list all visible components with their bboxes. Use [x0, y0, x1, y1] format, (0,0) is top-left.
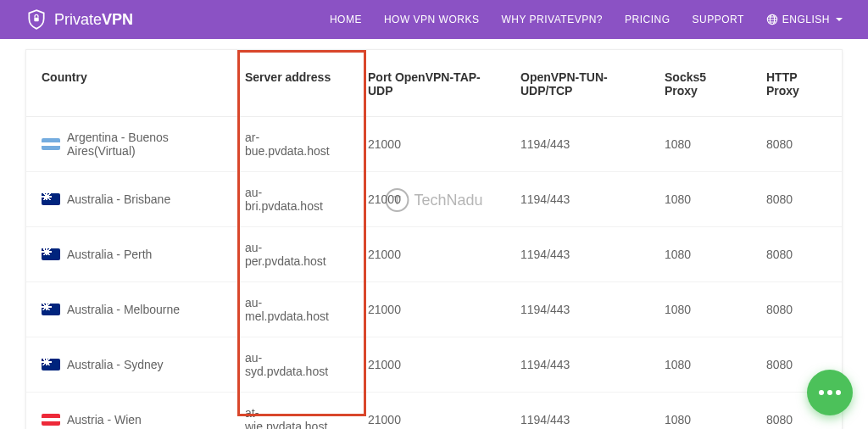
- header-socks: Socks5 Proxy: [649, 50, 751, 117]
- country-name: Australia - Perth: [67, 248, 152, 261]
- country-cell: Australia - Melbourne: [42, 303, 214, 316]
- server-address: at-wie.pvdata.host: [230, 393, 353, 430]
- country-name: Australia - Melbourne: [67, 303, 180, 316]
- socks-proxy: 1080: [649, 227, 751, 282]
- nav-home[interactable]: HOME: [330, 14, 362, 25]
- table-row: Argentina - Buenos Aires(Virtual)ar-bue.…: [26, 117, 842, 172]
- navbar: PrivateVPN HOME HOW VPN WORKS WHY PRIVAT…: [0, 0, 868, 39]
- country-cell: Austria - Wien: [42, 413, 214, 426]
- nav-links: HOME HOW VPN WORKS WHY PRIVATEVPN? PRICI…: [330, 14, 843, 25]
- svg-rect-0: [34, 18, 38, 21]
- port-tap: 21000: [353, 117, 505, 172]
- header-tun: OpenVPN-TUN-UDP/TCP: [505, 50, 649, 117]
- header-country: Country: [26, 50, 230, 117]
- table-row: Australia - Brisbaneau-bri.pvdata.host21…: [26, 172, 842, 227]
- nav-why[interactable]: WHY PRIVATEVPN?: [501, 14, 603, 25]
- server-address: au-bri.pvdata.host: [230, 172, 353, 227]
- language-label: ENGLISH: [782, 14, 830, 25]
- server-address: ar-bue.pvdata.host: [230, 117, 353, 172]
- port-tun: 1194/443: [505, 117, 649, 172]
- port-tap: 21000: [353, 337, 505, 393]
- country-cell: Australia - Perth: [42, 248, 214, 261]
- http-proxy: 8080: [751, 172, 842, 227]
- socks-proxy: 1080: [649, 282, 751, 337]
- globe-icon: [766, 14, 778, 25]
- chat-icon: [819, 390, 841, 395]
- country-cell: Argentina - Buenos Aires(Virtual): [42, 131, 214, 158]
- port-tun: 1194/443: [505, 282, 649, 337]
- socks-proxy: 1080: [649, 393, 751, 430]
- port-tun: 1194/443: [505, 393, 649, 430]
- table-row: Austria - Wienat-wie.pvdata.host21000119…: [26, 393, 842, 430]
- server-table: Country Server address Port OpenVPN-TAP-…: [26, 50, 842, 429]
- socks-proxy: 1080: [649, 117, 751, 172]
- table-row: Australia - Melbourneau-mel.pvdata.host2…: [26, 282, 842, 337]
- http-proxy: 8080: [751, 117, 842, 172]
- country-name: Austria - Wien: [67, 413, 142, 426]
- chevron-down-icon: [836, 18, 843, 21]
- port-tun: 1194/443: [505, 172, 649, 227]
- flag-icon: [42, 304, 60, 315]
- socks-proxy: 1080: [649, 172, 751, 227]
- port-tap: 21000: [353, 282, 505, 337]
- chat-button[interactable]: [807, 370, 853, 415]
- header-tap: Port OpenVPN-TAP-UDP: [353, 50, 505, 117]
- country-name: Australia - Sydney: [67, 358, 164, 371]
- header-server: Server address: [230, 50, 353, 117]
- port-tap: 21000: [353, 172, 505, 227]
- server-address: au-syd.pvdata.host: [230, 337, 353, 393]
- server-address: au-per.pvdata.host: [230, 227, 353, 282]
- country-name: Argentina - Buenos Aires(Virtual): [67, 131, 214, 158]
- nav-pricing[interactable]: PRICING: [625, 14, 670, 25]
- table-row: Australia - Sydneyau-syd.pvdata.host2100…: [26, 337, 842, 393]
- flag-icon: [42, 193, 60, 205]
- socks-proxy: 1080: [649, 337, 751, 393]
- flag-icon: [42, 138, 60, 150]
- nav-how[interactable]: HOW VPN WORKS: [384, 14, 480, 25]
- country-cell: Australia - Sydney: [42, 358, 214, 371]
- table-row: Australia - Perthau-per.pvdata.host21000…: [26, 227, 842, 282]
- port-tap: 21000: [353, 227, 505, 282]
- nav-support[interactable]: SUPPORT: [693, 14, 744, 25]
- flag-icon: [42, 248, 60, 260]
- header-http: HTTP Proxy: [751, 50, 842, 117]
- country-cell: Australia - Brisbane: [42, 192, 214, 206]
- port-tun: 1194/443: [505, 337, 649, 393]
- server-table-card: Country Server address Port OpenVPN-TAP-…: [25, 49, 843, 429]
- port-tap: 21000: [353, 393, 505, 430]
- http-proxy: 8080: [751, 227, 842, 282]
- language-selector[interactable]: ENGLISH: [766, 14, 843, 25]
- country-name: Australia - Brisbane: [67, 192, 170, 206]
- brand-logo[interactable]: PrivateVPN: [25, 8, 133, 31]
- flag-icon: [42, 359, 60, 370]
- port-tun: 1194/443: [505, 227, 649, 282]
- http-proxy: 8080: [751, 282, 842, 337]
- shield-icon: [25, 8, 47, 31]
- server-address: au-mel.pvdata.host: [230, 282, 353, 337]
- brand-name: PrivateVPN: [54, 11, 133, 29]
- flag-icon: [42, 414, 60, 426]
